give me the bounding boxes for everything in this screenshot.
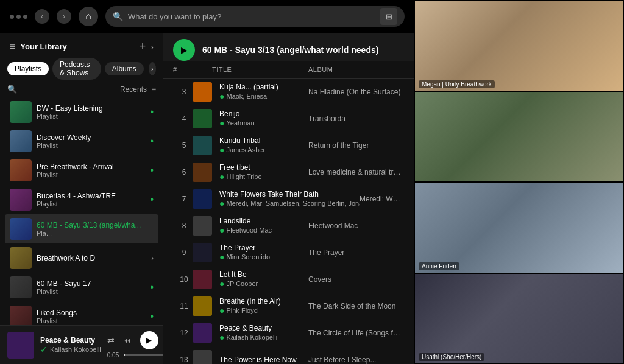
track-title: Benijo bbox=[219, 110, 308, 118]
home-button[interactable]: ⌂ bbox=[79, 7, 98, 26]
track-thumb bbox=[193, 323, 212, 343]
track-info: Peace & Beauty●Kailash Kokopelli bbox=[214, 324, 308, 342]
playlist-thumb bbox=[10, 101, 32, 123]
top-nav: ‹ › ⌂ 🔍 What do you want to play? ⊞ bbox=[0, 0, 414, 33]
track-artist: ●James Asher bbox=[219, 145, 308, 155]
video-call: Megan | Unity BreathworkAnnie FridenUsat… bbox=[414, 0, 624, 364]
filter-more-button[interactable]: › bbox=[149, 62, 156, 75]
track-row[interactable]: 3Kuja Na... (partial)●Maok, EniesaNa Hla… bbox=[166, 79, 412, 105]
playlist-item[interactable]: Discover WeeklyPlaylist• bbox=[5, 127, 158, 156]
track-info: The Prayer●Mira Sorentido bbox=[214, 243, 308, 262]
track-thumb bbox=[193, 350, 212, 364]
track-album: The Prayer bbox=[308, 248, 402, 257]
playlist-meta: Playlist bbox=[37, 113, 145, 120]
playlist-info: Breathwork A to D bbox=[37, 254, 146, 262]
track-row[interactable]: 9The Prayer●Mira SorentidoThe Prayer bbox=[166, 239, 412, 266]
artist-verified-icon: ● bbox=[219, 145, 224, 155]
track-row[interactable]: 5Kundu Tribal●James AsherReturn of the T… bbox=[166, 132, 412, 159]
playlist-active-dot: • bbox=[150, 165, 154, 176]
track-row[interactable]: 12Peace & Beauty●Kailash KokopelliThe Ci… bbox=[166, 320, 412, 346]
track-artist: ●Hilight Tribe bbox=[219, 172, 308, 181]
playlist-item[interactable]: Pre Breathwork - ArrivalPlaylist• bbox=[5, 156, 158, 185]
back-button[interactable]: ‹ bbox=[35, 9, 49, 24]
track-title: Breathe (In the Air) bbox=[219, 297, 308, 306]
playlist-header-bar: ▶ 60 MB - Sayu 3/13 (angel/what world ne… bbox=[163, 33, 414, 61]
track-album: Love medicine & natural trance bbox=[308, 168, 402, 177]
progress-bar[interactable] bbox=[124, 354, 163, 356]
track-row[interactable]: 13The Power is Here NowJust Before I Sle… bbox=[166, 346, 412, 364]
track-table-header: # Title Album bbox=[163, 61, 414, 79]
playlist-item[interactable]: Liked SongsPlaylist• bbox=[5, 302, 158, 325]
dot-yellow bbox=[16, 15, 21, 19]
playlist-name: 60 MB - Sayu 3/13 (angel/wha... bbox=[37, 221, 154, 229]
track-album: The Circle of Life (Songs from W... bbox=[308, 329, 402, 337]
track-title: White Flowers Take Their Bath bbox=[219, 190, 360, 198]
track-row[interactable]: 4Benijo●YeahmanTransborda bbox=[166, 105, 412, 132]
shuffle-button[interactable]: ⇄ bbox=[107, 335, 115, 345]
video-bg-1 bbox=[415, 1, 623, 91]
artist-name: Yeahman bbox=[226, 119, 254, 127]
track-row[interactable]: 6Free tibet●Hilight TribeLove medicine &… bbox=[166, 159, 412, 186]
library-add-button[interactable]: + bbox=[140, 40, 146, 53]
track-row[interactable]: 7White Flowers Take Their Bath●Meredi, M… bbox=[166, 186, 412, 212]
artist-verified-icon: ● bbox=[219, 91, 224, 101]
track-title: Landslide bbox=[219, 217, 308, 225]
track-album: Na Hladine (On the Surface) bbox=[308, 88, 402, 96]
playlist-thumb bbox=[10, 306, 32, 325]
playlist-info: DW - Easy ListeningPlaylist bbox=[37, 104, 145, 120]
video-tile-2 bbox=[414, 91, 624, 183]
playlist-item[interactable]: Breathwork A to D› bbox=[5, 243, 158, 273]
playlist-item[interactable]: 60 MB - Sayu 3/13 (angel/wha...Pla... bbox=[5, 214, 158, 243]
playlist-play-button[interactable]: ▶ bbox=[173, 39, 195, 61]
prev-button[interactable]: ⏮ bbox=[123, 335, 132, 345]
track-row[interactable]: 8Landslide●Fleetwood MacFleetwood Mac bbox=[166, 212, 412, 239]
track-number: 9 bbox=[176, 248, 193, 257]
playlist-thumb bbox=[10, 159, 32, 181]
playlist-thumb bbox=[10, 247, 32, 269]
playlist-expand-arrow[interactable]: › bbox=[151, 254, 154, 262]
col-num: # bbox=[173, 66, 190, 73]
dot-red bbox=[10, 15, 14, 19]
artist-name: Maok, Eniesa bbox=[226, 93, 267, 100]
search-browse-icon[interactable]: ⊞ bbox=[380, 8, 397, 25]
artist-name: Hilight Tribe bbox=[226, 173, 261, 180]
track-artist: ●Kailash Kokopelli bbox=[219, 332, 308, 342]
playlist-thumb bbox=[10, 130, 32, 152]
track-info: The Power is Here Now bbox=[214, 355, 308, 364]
artist-name: Mira Sorentido bbox=[226, 253, 270, 261]
track-artist: ●Meredi, Mari Samuelsen, Scoring Berlin,… bbox=[219, 198, 360, 208]
track-album: Covers bbox=[308, 275, 402, 284]
library-more-button[interactable]: › bbox=[151, 42, 154, 52]
track-row[interactable]: 10Let It Be●JP CooperCovers bbox=[166, 266, 412, 293]
progress-bar-container: 0:05 5:12 bbox=[107, 352, 163, 359]
filter-tab-podcasts[interactable]: Podcasts & Shows bbox=[52, 58, 101, 80]
track-number: 5 bbox=[176, 141, 193, 150]
now-playing-controls: ⇄ ⏮ ▶ ⏭ ↻ 0:05 5:12 bbox=[107, 331, 163, 359]
track-artist: ●Pink Floyd bbox=[219, 306, 308, 315]
now-playing-title: Peace & Beauty bbox=[40, 336, 101, 345]
track-title: Free tibet bbox=[219, 163, 308, 172]
video-bg-2 bbox=[415, 92, 623, 182]
playlist-item[interactable]: 60 MB - Sayu 17Playlist• bbox=[5, 273, 158, 302]
library-title: Your Library bbox=[20, 42, 134, 51]
video-bg-3 bbox=[415, 183, 623, 273]
track-album: Meredi: White Flowers Take The... bbox=[360, 195, 402, 203]
recents-label: Recents bbox=[120, 85, 147, 94]
artist-name: James Asher bbox=[226, 146, 265, 153]
playback-buttons: ⇄ ⏮ ▶ ⏭ ↻ bbox=[107, 331, 163, 349]
track-album: Transborda bbox=[308, 114, 402, 123]
playlist-active-dot: • bbox=[150, 194, 154, 205]
filter-tab-playlists[interactable]: Playlists bbox=[7, 62, 49, 75]
playlist-thumb bbox=[10, 218, 32, 240]
sidebar: ≡ Your Library + › Playlists Podcasts & … bbox=[0, 33, 163, 364]
play-pause-button[interactable]: ▶ bbox=[140, 331, 158, 349]
playlist-item[interactable]: DW - Easy ListeningPlaylist• bbox=[5, 97, 158, 127]
track-thumb bbox=[193, 136, 212, 155]
now-playing-thumb bbox=[7, 332, 34, 359]
filter-tab-albums[interactable]: Albums bbox=[105, 62, 144, 75]
playlist-item[interactable]: Bucerias 4 - Ashwa/TREPlaylist• bbox=[5, 185, 158, 214]
track-row[interactable]: 11Breathe (In the Air)●Pink FloydThe Dar… bbox=[166, 293, 412, 320]
main-area: ≡ Your Library + › Playlists Podcasts & … bbox=[0, 33, 414, 364]
playlist-name: Bucerias 4 - Ashwa/TRE bbox=[37, 192, 145, 200]
forward-button[interactable]: › bbox=[57, 9, 71, 24]
